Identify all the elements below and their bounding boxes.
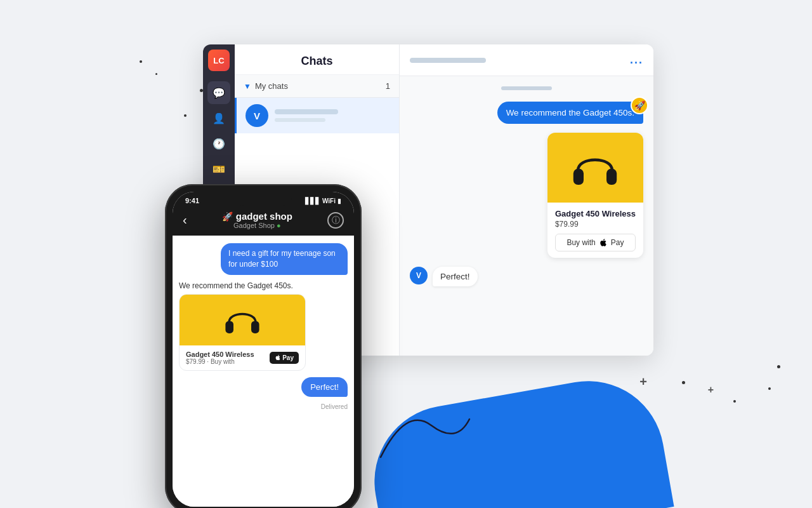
sidebar-item-chats[interactable]: 💬 — [207, 81, 230, 104]
svg-rect-1 — [606, 169, 617, 185]
typing-indicator — [501, 86, 552, 90]
app-logo: LC — [208, 50, 230, 71]
phone-notch — [235, 192, 292, 206]
buy-label: Buy with — [566, 238, 595, 247]
phone-product-card: Gadget 450 Wireless $79.99 · Buy with Pa… — [179, 294, 306, 371]
phone-user-message: I need a gift for my teenage son for und… — [221, 243, 348, 275]
recommend-text: We recommend the Gadget 450s. — [506, 108, 634, 117]
phone-delivered-label: Delivered — [321, 403, 348, 410]
signal-icon: ▋▋▋ — [305, 197, 320, 204]
product-info: Gadget 450 Wireless $79.99 Buy with Pay — [547, 203, 643, 258]
phone-headphone-icon — [220, 298, 265, 342]
chat-message-placeholder — [275, 118, 325, 122]
user-reply-bubble: Perfect! — [433, 267, 478, 286]
phone-bot-message: We recommend the Gadget 450s. Gadget 4 — [179, 281, 348, 371]
phone-product-info: Gadget 450 Wireless $79.99 · Buy with Pa… — [180, 345, 305, 370]
decorative-dot — [184, 114, 187, 117]
product-name: Gadget 450 Wireless — [555, 209, 636, 218]
decorative-curve — [368, 394, 495, 470]
agent-message-container: We recommend the Gadget 450s. 🚀 — [410, 102, 643, 124]
phone-user-reply: Perfect! — [301, 377, 348, 397]
phone-info-button[interactable]: ⓘ — [327, 212, 344, 229]
buy-with-applepay-button[interactable]: Buy with Pay — [555, 234, 636, 251]
svg-rect-2 — [225, 321, 233, 333]
apple-icon-phone — [275, 354, 281, 361]
phone-screen: 9:41 ▋▋▋ WiFi ▮ ‹ 🚀 gadget shop Gadget S… — [173, 192, 354, 507]
product-image — [547, 133, 643, 203]
phone-back-button[interactable]: ‹ — [183, 213, 187, 227]
product-price: $79.99 — [555, 220, 636, 229]
phone-mockup: 9:41 ▋▋▋ WiFi ▮ ‹ 🚀 gadget shop Gadget S… — [165, 184, 362, 508]
chat-area-header: ... — [400, 44, 653, 76]
phone-app-name: 🚀 gadget shop — [187, 211, 327, 222]
phone-app-title: 🚀 gadget shop Gadget Shop ● — [187, 211, 327, 229]
pay-label: Pay — [611, 238, 624, 247]
phone-chat-area: I need a gift for my teenage son for und… — [173, 236, 354, 507]
online-dot: ● — [277, 222, 281, 229]
chat-list-item[interactable]: V — [235, 98, 399, 133]
decorative-dot — [155, 73, 157, 75]
decorative-dot — [140, 60, 142, 63]
phone-product-name: Gadget 450 Wireless — [186, 351, 254, 358]
decorative-dot — [733, 400, 736, 403]
rocket-badge: 🚀 — [631, 97, 648, 114]
apple-icon — [599, 238, 608, 247]
status-icons: ▋▋▋ WiFi ▮ — [305, 197, 341, 204]
chats-count-badge: 1 — [386, 81, 390, 91]
headphone-icon — [566, 139, 624, 196]
phone-time: 9:41 — [185, 197, 199, 204]
battery-icon: ▮ — [337, 197, 341, 204]
chats-header: Chats — [235, 44, 399, 75]
decorative-dot — [768, 387, 771, 390]
wifi-icon: WiFi — [322, 197, 336, 204]
phone-applepay-badge[interactable]: Pay — [270, 352, 299, 364]
user-avatar-small: V — [410, 267, 428, 284]
my-chats-label: My chats — [255, 81, 386, 91]
product-card: Gadget 450 Wireless $79.99 Buy with Pay — [547, 133, 643, 258]
phone-app-header: ‹ 🚀 gadget shop Gadget Shop ● ⓘ — [173, 207, 354, 236]
phone-product-price-buy: $79.99 · Buy with — [186, 358, 254, 365]
chat-messages-container: We recommend the Gadget 450s. 🚀 Gadget 4… — [400, 76, 653, 356]
chats-panel-title: Chats — [245, 55, 389, 68]
phone-product-details: Gadget 450 Wireless $79.99 · Buy with — [186, 351, 254, 365]
chat-avatar: V — [246, 104, 268, 127]
decorative-dot — [777, 365, 780, 368]
phone-shop-status: Gadget Shop ● — [187, 222, 327, 229]
svg-rect-0 — [573, 169, 584, 185]
chat-title-bar — [410, 58, 486, 63]
chat-info — [275, 109, 390, 122]
agent-recommend-bubble: We recommend the Gadget 450s. 🚀 — [497, 102, 643, 124]
more-options-button[interactable]: ... — [630, 53, 643, 67]
sidebar-item-tickets[interactable]: 🎫 — [207, 157, 230, 180]
chevron-down-icon: ▼ — [244, 82, 251, 91]
sidebar-item-contacts[interactable]: 👤 — [207, 107, 230, 130]
phone-product-image — [180, 295, 305, 345]
chat-conversation-area: ... We recommend the Gadget 450s. 🚀 — [400, 44, 653, 356]
phone-frame: 9:41 ▋▋▋ WiFi ▮ ‹ 🚀 gadget shop Gadget S… — [165, 184, 362, 508]
decorative-plus: + — [639, 375, 647, 389]
sidebar-item-history[interactable]: 🕐 — [207, 132, 230, 155]
chat-name-placeholder — [275, 109, 338, 114]
svg-rect-3 — [251, 321, 259, 333]
decorative-dot — [682, 381, 685, 384]
phone-bot-text: We recommend the Gadget 450s. — [179, 281, 348, 290]
decorative-plus: + — [708, 384, 714, 396]
my-chats-section[interactable]: ▼ My chats 1 — [235, 75, 399, 98]
user-message-row: V Perfect! — [410, 267, 643, 286]
